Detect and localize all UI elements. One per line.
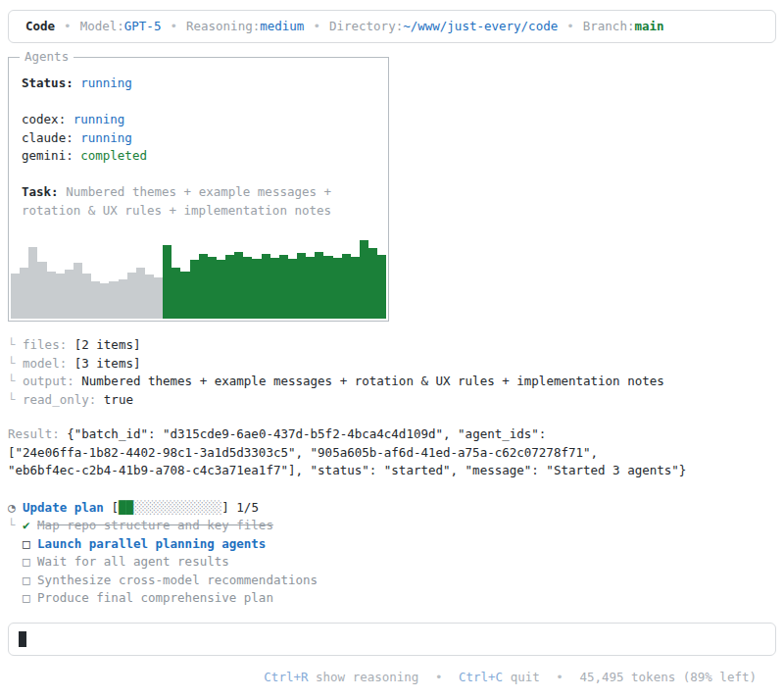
plan-header: ◔Update plan [██░░░░░░░░░░░░] 1/5 bbox=[8, 499, 776, 518]
plan-progress-fraction: 1/5 bbox=[236, 500, 259, 515]
detail-row: └model: [3 items] bbox=[8, 355, 776, 374]
agent-row: codex: running bbox=[22, 111, 375, 129]
activity-bar bbox=[252, 259, 261, 319]
detail-label: files: bbox=[23, 337, 67, 352]
blank-line bbox=[22, 166, 375, 184]
separator-dot: • bbox=[170, 18, 177, 36]
blank-line bbox=[22, 93, 375, 112]
activity-bar bbox=[306, 257, 315, 319]
tree-connector: └ bbox=[8, 517, 23, 535]
activity-bar bbox=[91, 281, 100, 319]
activity-bar bbox=[217, 260, 225, 319]
task-value: Numbered themes + example messages + rot… bbox=[22, 184, 331, 218]
activity-bar bbox=[47, 272, 56, 319]
activity-bar bbox=[28, 247, 37, 319]
agent-name: codex: bbox=[22, 112, 66, 126]
header-bar: Code • Model: GPT-5 • Reasoning: medium … bbox=[8, 10, 776, 43]
result-line: ["24e06ffa-1b82-4402-98c1-3a1d5d3303c5",… bbox=[8, 444, 776, 463]
spinner-icon: ◔ bbox=[8, 499, 23, 518]
detail-label: output: bbox=[23, 374, 74, 388]
agents-status-line: Status: running bbox=[22, 75, 375, 93]
tree-connector: └ bbox=[8, 355, 23, 374]
activity-bar bbox=[190, 260, 199, 319]
detail-value: [3 items] bbox=[74, 356, 141, 371]
branch-value: main bbox=[634, 18, 663, 36]
separator-dot: • bbox=[435, 670, 443, 684]
plan-item: □Synthesize cross-model recommendations bbox=[8, 572, 776, 590]
result-line: "eb6bf4ec-c2b4-41b9-a708-c4c3a71ea1f7"],… bbox=[8, 462, 776, 480]
activity-bar bbox=[100, 283, 109, 319]
plan-item: □Produce final comprehensive plan bbox=[8, 589, 776, 608]
activity-bar bbox=[119, 279, 127, 319]
text-cursor bbox=[19, 631, 26, 647]
plan-item: □Wait for all agent results bbox=[8, 553, 776, 572]
bracket-close: ] bbox=[221, 500, 229, 515]
checkbox-icon: □ bbox=[23, 553, 37, 572]
activity-bar bbox=[109, 281, 118, 319]
agents-panel-body: Status: running codex: running claude: r… bbox=[9, 58, 388, 220]
plan-item-label: Map repo structure and key files bbox=[37, 518, 273, 532]
separator-dot: • bbox=[313, 18, 320, 36]
activity-bar bbox=[74, 263, 82, 319]
model-value: GPT-5 bbox=[124, 18, 162, 36]
agent-state: running bbox=[74, 112, 125, 126]
separator-dot: • bbox=[64, 18, 72, 36]
plan-progress-bar: [██░░░░░░░░░░░░] bbox=[111, 500, 228, 515]
detail-value: Numbered themes + example messages + rot… bbox=[81, 374, 664, 388]
activity-bar bbox=[199, 254, 208, 319]
check-icon: ✔ bbox=[23, 517, 37, 535]
agent-row: claude: running bbox=[22, 129, 375, 148]
detail-value: [2 items] bbox=[74, 337, 141, 352]
progress-empty: ░░░░░░░░░░░░ bbox=[133, 500, 221, 515]
result-line: Result: {"batch_id": "d315cde9-6ae0-437d… bbox=[8, 425, 776, 444]
result-block: Result: {"batch_id": "d315cde9-6ae0-437d… bbox=[8, 425, 776, 480]
plan-item: └✔Map repo structure and key files bbox=[8, 517, 776, 535]
model-label: Model: bbox=[80, 18, 124, 36]
task-label: Task: bbox=[22, 184, 59, 199]
checkbox-icon: □ bbox=[23, 535, 37, 554]
separator-dot: • bbox=[566, 18, 574, 36]
reasoning-label: Reasoning: bbox=[186, 18, 260, 36]
activity-bar bbox=[11, 274, 20, 319]
activity-bar bbox=[315, 252, 323, 319]
tree-connector: └ bbox=[8, 336, 23, 355]
bracket-open: [ bbox=[111, 500, 119, 515]
activity-chart bbox=[9, 242, 388, 321]
task-paragraph: Task: Numbered themes + example messages… bbox=[22, 183, 375, 220]
activity-bar bbox=[243, 257, 252, 319]
detail-row: └read_only: true bbox=[8, 391, 776, 410]
status-value: running bbox=[80, 75, 132, 90]
detail-row: └files: [2 items] bbox=[8, 336, 776, 355]
status-label: Status: bbox=[22, 75, 74, 90]
tree-connector: └ bbox=[8, 391, 23, 410]
shortcut-reasoning-key: Ctrl+R bbox=[264, 670, 308, 684]
result-text: {"batch_id": "d315cde9-6ae0-437d-b5f2-4b… bbox=[67, 426, 546, 441]
activity-bar bbox=[127, 273, 136, 319]
app-title: Code bbox=[25, 18, 55, 36]
plan-title: Update plan bbox=[23, 500, 104, 515]
plan-item-label: Synthesize cross-model recommendations bbox=[37, 573, 318, 587]
plan-item-label: Launch parallel planning agents bbox=[37, 536, 266, 551]
plan-item-label: Produce final comprehensive plan bbox=[37, 590, 273, 605]
tool-call-details: └files: [2 items] └model: [3 items] └out… bbox=[8, 336, 776, 409]
separator-dot: • bbox=[556, 670, 564, 684]
shortcut-quit-label: quit bbox=[511, 670, 540, 684]
activity-bar bbox=[351, 257, 360, 319]
checkbox-icon: □ bbox=[23, 572, 37, 590]
directory-label: Directory: bbox=[329, 18, 403, 36]
activity-bar bbox=[82, 274, 91, 319]
composer-input[interactable] bbox=[8, 623, 776, 656]
activity-bar bbox=[56, 274, 65, 319]
activity-bar bbox=[270, 258, 279, 319]
agent-name: claude: bbox=[22, 130, 74, 145]
activity-bar bbox=[377, 255, 386, 319]
result-label: Result: bbox=[8, 426, 60, 441]
activity-bar bbox=[136, 268, 145, 319]
activity-bar bbox=[262, 254, 270, 319]
activity-bar bbox=[234, 252, 243, 319]
directory-value: ~/www/just-every/code bbox=[403, 18, 558, 36]
activity-bar bbox=[342, 254, 351, 319]
activity-bar bbox=[180, 272, 189, 319]
activity-bar bbox=[297, 253, 306, 319]
activity-bar bbox=[20, 268, 28, 319]
